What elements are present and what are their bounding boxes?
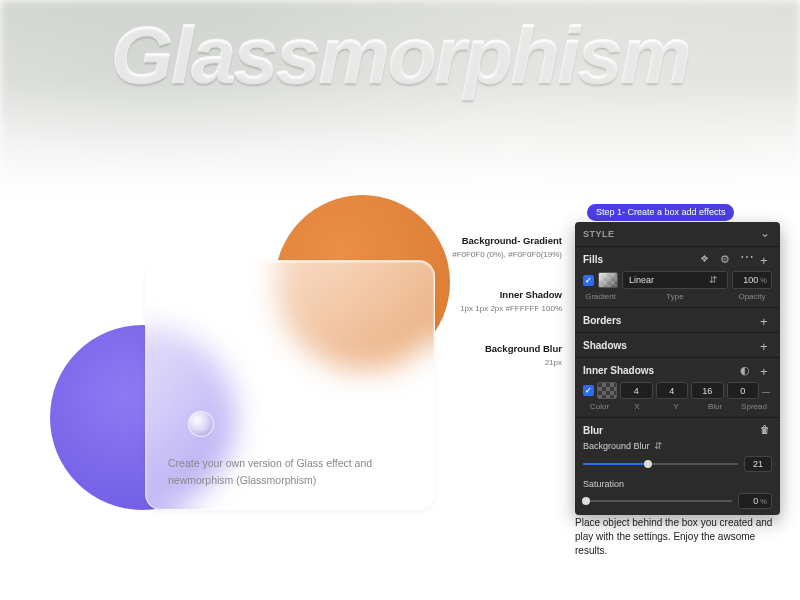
fill-enabled-checkbox[interactable]: [583, 275, 594, 286]
blur-slider[interactable]: [583, 458, 738, 470]
glass-card-caption: Create your own version of Glass effect …: [168, 455, 398, 489]
inner-shadow-y-input[interactable]: 4: [656, 382, 689, 399]
inner-shadow-x-input[interactable]: 4: [620, 382, 653, 399]
blur-value-input[interactable]: 21: [744, 456, 772, 472]
is-label-x: X: [619, 402, 655, 411]
footer-caption: Place object behind the box you created …: [575, 516, 780, 558]
illustration-stage: Create your own version of Glass effect …: [40, 200, 520, 560]
gear-icon[interactable]: [720, 253, 732, 265]
annotation-column: Background- Gradient #F0F0F0 (0%), #F0F0…: [452, 235, 562, 397]
fill-sublabel-type: Type: [622, 292, 728, 301]
panel-header-title: STYLE: [583, 229, 615, 239]
fill-type-select[interactable]: Linear: [622, 271, 728, 289]
inner-shadows-section: Inner Shadows 4 4 16 0 Color X Y Blur Sp…: [575, 358, 780, 418]
blur-amount-row: 21: [583, 456, 772, 472]
inner-shadows-title: Inner Shadows: [583, 365, 654, 376]
chevron-down-icon[interactable]: [760, 228, 772, 240]
more-icon[interactable]: [740, 253, 752, 265]
plus-icon[interactable]: [760, 364, 772, 376]
visibility-icon[interactable]: [740, 364, 752, 376]
is-label-color: Color: [583, 402, 616, 411]
blur-section: Blur Background Blur 21 Saturation: [575, 418, 780, 515]
fills-section: Fills Linear 100% Gradient Type Opacity: [575, 247, 780, 308]
fill-opacity-input[interactable]: 100%: [732, 271, 772, 289]
annotation-label: Background Blur: [452, 343, 562, 354]
trash-icon[interactable]: [760, 424, 772, 436]
inner-shadow-enabled-checkbox[interactable]: [583, 385, 594, 396]
annotation-inner-shadow: Inner Shadow 1px 1px 2px #FFFFFF 100%: [452, 289, 562, 313]
select-updown-icon[interactable]: [654, 440, 666, 452]
plus-icon[interactable]: [760, 253, 772, 265]
annotation-value: #F0F0F0 (0%), #F0F0F0(19%): [452, 250, 562, 259]
header-background: [0, 0, 800, 200]
plus-icon[interactable]: [760, 339, 772, 351]
plus-icon[interactable]: [760, 314, 772, 326]
annotation-label: Inner Shadow: [452, 289, 562, 300]
is-label-spread: Spread: [736, 402, 772, 411]
fill-swatch[interactable]: [598, 272, 618, 288]
annotation-bg-blur: Background Blur 21px: [452, 343, 562, 367]
annotation-value: 21px: [452, 358, 562, 367]
saturation-value: 0: [753, 496, 758, 506]
borders-section: Borders: [575, 308, 780, 333]
shadows-title: Shadows: [583, 340, 627, 351]
borders-title: Borders: [583, 315, 621, 326]
style-panel: STYLE Fills Linear 100% Gra: [575, 222, 780, 515]
saturation-label: Saturation: [583, 479, 624, 489]
blur-mode-label[interactable]: Background Blur: [583, 441, 650, 451]
inner-shadow-blur-input[interactable]: 16: [691, 382, 724, 399]
step-badge: Step 1- Create a box add effects: [587, 204, 734, 221]
glass-card: Create your own version of Glass effect …: [145, 260, 435, 510]
inner-shadow-spread-input[interactable]: 0: [727, 382, 760, 399]
annotation-value: 1px 1px 2px #FFFFFF 100%: [452, 304, 562, 313]
panel-header-section: STYLE: [575, 222, 780, 247]
fill-sublabel-opacity: Opacity: [732, 292, 772, 301]
droplet-shape: [188, 411, 214, 437]
inner-shadow-color-swatch[interactable]: [597, 382, 617, 399]
annotation-label: Background- Gradient: [452, 235, 562, 246]
fill-opacity-value: 100: [743, 275, 758, 285]
shadows-section: Shadows: [575, 333, 780, 358]
remove-icon[interactable]: [762, 385, 772, 397]
select-updown-icon: [709, 274, 721, 286]
is-label-y: Y: [658, 402, 694, 411]
fill-sublabel-gradient: Gradient: [583, 292, 618, 301]
fill-type-value: Linear: [629, 275, 654, 285]
fills-title: Fills: [583, 254, 603, 265]
annotation-gradient: Background- Gradient #F0F0F0 (0%), #F0F0…: [452, 235, 562, 259]
blur-title: Blur: [583, 425, 603, 436]
is-label-blur: Blur: [697, 402, 733, 411]
saturation-row: 0%: [583, 493, 772, 509]
saturation-slider[interactable]: [583, 495, 732, 507]
saturation-value-input[interactable]: 0%: [738, 493, 772, 509]
layers-icon[interactable]: [700, 253, 712, 265]
